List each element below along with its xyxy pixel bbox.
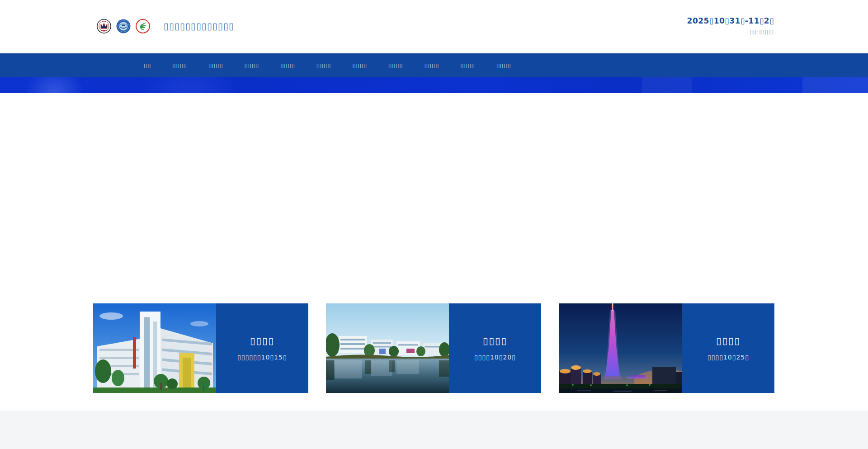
campus-lake-photo — [326, 303, 449, 393]
society-emblem-1-icon — [97, 19, 111, 33]
nav-item-6[interactable]: ▯▯▯▯ — [316, 62, 331, 69]
page: ▯▯▯▯▯▯▯▯▯▯▯▯▯ 2025▯10▯31▯-11▯2▯ ▯▯·▯▯▯▯ … — [0, 0, 868, 449]
news-card-3-title: ▯▯▯▯ — [716, 336, 741, 346]
canton-tower-night-photo — [559, 303, 682, 393]
banner-streak — [802, 77, 868, 93]
news-card-1-panel: ▯▯▯▯ ▯▯▯▯▯▯10▯15▯ — [216, 303, 308, 393]
nav-item-10[interactable]: ▯▯▯▯ — [460, 62, 475, 69]
nav-item-3[interactable]: ▯▯▯▯ — [208, 62, 223, 69]
footer-zone: ▯ ▯▯▯▯ — [0, 411, 868, 449]
news-card-3-deadline: ▯▯▯▯10▯25▯ — [708, 354, 749, 361]
event-location: ▯▯·▯▯▯▯ — [687, 28, 774, 35]
news-card-2[interactable]: ▯▯▯▯ ▯▯▯▯10▯20▯ — [326, 303, 541, 393]
news-cards: ▯▯▯▯ ▯▯▯▯▯▯10▯15▯ — [0, 303, 868, 393]
logo-row — [97, 19, 150, 33]
hero-banner-strip — [0, 77, 868, 93]
campus-building-photo — [93, 303, 216, 393]
header: ▯▯▯▯▯▯▯▯▯▯▯▯▯ 2025▯10▯31▯-11▯2▯ ▯▯·▯▯▯▯ — [0, 0, 868, 53]
nav-item-9[interactable]: ▯▯▯▯ — [425, 62, 439, 69]
nav-item-4[interactable]: ▯▯▯▯ — [245, 62, 259, 69]
event-date-range: 2025▯10▯31▯-11▯2▯ — [687, 16, 774, 25]
news-card-3[interactable]: ▯▯▯▯ ▯▯▯▯10▯25▯ — [559, 303, 774, 393]
banner-streak — [642, 77, 692, 93]
news-card-1-title: ▯▯▯▯ — [250, 336, 274, 346]
site-title: ▯▯▯▯▯▯▯▯▯▯▯▯▯ — [164, 21, 234, 32]
news-card-3-panel: ▯▯▯▯ ▯▯▯▯10▯25▯ — [682, 303, 774, 393]
news-card-2-title: ▯▯▯▯ — [483, 336, 507, 346]
university-emblem-icon — [136, 19, 150, 33]
news-card-2-panel: ▯▯▯▯ ▯▯▯▯10▯20▯ — [449, 303, 541, 393]
news-card-1[interactable]: ▯▯▯▯ ▯▯▯▯▯▯10▯15▯ — [93, 303, 308, 393]
news-card-2-deadline: ▯▯▯▯10▯20▯ — [474, 354, 516, 361]
nav-item-2[interactable]: ▯▯▯▯ — [172, 62, 187, 69]
header-meta: 2025▯10▯31▯-11▯2▯ ▯▯·▯▯▯▯ — [687, 16, 774, 35]
society-emblem-2-icon — [116, 19, 131, 33]
nav-items: ▯▯ ▯▯▯▯ ▯▯▯▯ ▯▯▯▯ ▯▯▯▯ ▯▯▯▯ ▯▯▯▯ ▯▯▯▯ ▯▯… — [144, 53, 511, 77]
nav-item-home[interactable]: ▯▯ — [144, 62, 151, 69]
nav-item-7[interactable]: ▯▯▯▯ — [352, 62, 367, 69]
nav-item-5[interactable]: ▯▯▯▯ — [280, 62, 295, 69]
nav-item-11[interactable]: ▯▯▯▯ — [496, 62, 511, 69]
news-card-1-deadline: ▯▯▯▯▯▯10▯15▯ — [237, 354, 287, 361]
main-nav: ▯▯ ▯▯▯▯ ▯▯▯▯ ▯▯▯▯ ▯▯▯▯ ▯▯▯▯ ▯▯▯▯ ▯▯▯▯ ▯▯… — [0, 53, 868, 77]
nav-item-8[interactable]: ▯▯▯▯ — [388, 62, 403, 69]
